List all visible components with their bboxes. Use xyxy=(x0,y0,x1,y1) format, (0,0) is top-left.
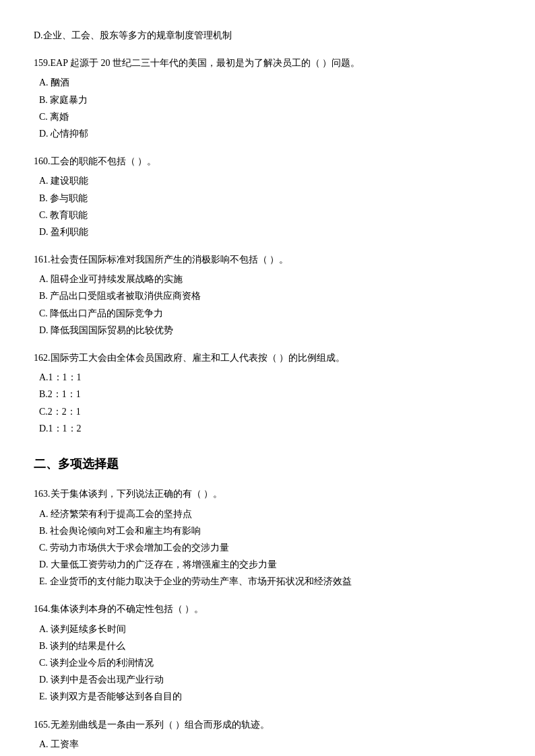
q161-text: 161.社会责任国际标准对我国所产生的消极影响不包括（ ）。 xyxy=(34,251,501,268)
q164-option-d: D. 谈判中是否会出现产业行动 xyxy=(39,671,501,688)
q162-option-b: B.2：1：1 xyxy=(39,386,501,403)
q160-option-c: C. 教育职能 xyxy=(39,207,501,224)
q165-option-a: A. 工资率 xyxy=(39,736,501,753)
q163-text: 163.关于集体谈判，下列说法正确的有（ ）。 xyxy=(34,485,501,502)
q162-option-d: D.1：1：2 xyxy=(39,420,501,437)
q159-option-d: D. 心情抑郁 xyxy=(39,125,501,142)
q160-option-d: D. 盈利职能 xyxy=(39,224,501,240)
q160-text: 160.工会的职能不包括（ ）。 xyxy=(34,153,501,170)
q163-option-a: A. 经济繁荣有利于提高工会的坚持点 xyxy=(39,506,501,522)
q158-option-d: D.企业、工会、股东等多方的规章制度管理机制 xyxy=(34,30,232,40)
q162-option-c: C.2：2：1 xyxy=(39,403,501,420)
q164-option-c: C. 谈判企业今后的利润情况 xyxy=(39,654,501,671)
q159-text: 159.EAP 起源于 20 世纪二三十年代的美国，最初是为了解决员工的（ ）问… xyxy=(34,55,501,71)
q161-option-d: D. 降低我国国际贸易的比较优势 xyxy=(39,322,501,339)
question-162: 162.国际劳工大会由全体会员国政府、雇主和工人代表按（ ）的比例组成。 A.1… xyxy=(34,349,501,437)
question-165: 165.无差别曲线是一条由一系列（ ）组合而形成的轨迹。 A. 工资率 xyxy=(34,716,501,753)
q160-option-b: B. 参与职能 xyxy=(39,190,501,207)
q161-option-b: B. 产品出口受阻或者被取消供应商资格 xyxy=(39,287,501,304)
q164-option-b: B. 谈判的结果是什么 xyxy=(39,638,501,654)
q160-option-a: A. 建设职能 xyxy=(39,172,501,189)
q162-text: 162.国际劳工大会由全体会员国政府、雇主和工人代表按（ ）的比例组成。 xyxy=(34,349,501,366)
question-164: 164.集体谈判本身的不确定性包括（ ）。 A. 谈判延续多长时间 B. 谈判的… xyxy=(34,600,501,705)
q161-option-c: C. 降低出口产品的国际竞争力 xyxy=(39,305,501,322)
question-160: 160.工会的职能不包括（ ）。 A. 建设职能 B. 参与职能 C. 教育职能… xyxy=(34,153,501,240)
q164-text: 164.集体谈判本身的不确定性包括（ ）。 xyxy=(34,600,501,617)
q164-option-e: E. 谈判双方是否能够达到各自目的 xyxy=(39,688,501,705)
section2-title: 二、多项选择题 xyxy=(34,457,119,471)
q162-option-a: A.1：1：1 xyxy=(39,369,501,386)
q163-option-c: C. 劳动力市场供大于求会增加工会的交涉力量 xyxy=(39,539,501,556)
question-163: 163.关于集体谈判，下列说法正确的有（ ）。 A. 经济繁荣有利于提高工会的坚… xyxy=(34,485,501,590)
q163-option-e: E. 企业货币的支付能力取决于企业的劳动生产率、市场开拓状况和经济效益 xyxy=(39,573,501,590)
q159-option-b: B. 家庭暴力 xyxy=(39,92,501,108)
q164-option-a: A. 谈判延续多长时间 xyxy=(39,621,501,638)
q161-option-a: A. 阻碍企业可持续发展战略的实施 xyxy=(39,271,501,287)
q159-option-c: C. 离婚 xyxy=(39,108,501,125)
question-159: 159.EAP 起源于 20 世纪二三十年代的美国，最初是为了解决员工的（ ）问… xyxy=(34,55,501,142)
q163-option-b: B. 社会舆论倾向对工会和雇主均有影响 xyxy=(39,522,501,539)
section2-header: 二、多项选择题 xyxy=(34,453,501,475)
question-161: 161.社会责任国际标准对我国所产生的消极影响不包括（ ）。 A. 阻碍企业可持… xyxy=(34,251,501,339)
q165-text: 165.无差别曲线是一条由一系列（ ）组合而形成的轨迹。 xyxy=(34,716,501,733)
question-d158: D.企业、工会、股东等多方的规章制度管理机制 xyxy=(34,27,501,44)
q159-option-a: A. 酗酒 xyxy=(39,74,501,91)
q163-option-d: D. 大量低工资劳动力的广泛存在，将增强雇主的交步力量 xyxy=(39,556,501,573)
